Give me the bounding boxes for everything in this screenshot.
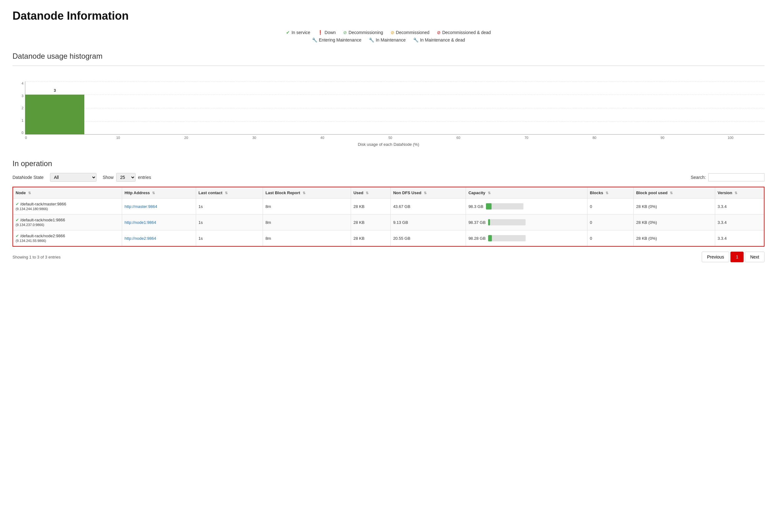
node-ip-2: (9.134.241.55:9866)	[16, 239, 46, 243]
cell-capacity-0: 98.3 GB	[466, 198, 587, 215]
col-node[interactable]: Node ⇅	[13, 187, 122, 198]
cell-last-contact-2: 1s	[196, 230, 263, 247]
x-label-90: 90	[628, 136, 696, 140]
cell-capacity-2: 98.28 GB	[466, 230, 587, 247]
capacity-bar-fill-1	[488, 219, 490, 226]
state-filter-label: DataNode State	[12, 175, 44, 180]
search-area: Search:	[691, 173, 765, 181]
operation-title: In operation	[12, 159, 765, 168]
sort-block-pool-icon: ⇅	[670, 191, 673, 195]
table-row: ✔ /default-rack/node2:9866 (9.134.241.55…	[13, 230, 764, 247]
node-name-0: /default-rack/master:9866	[20, 202, 66, 207]
cell-used-2: 28 KB	[351, 230, 391, 247]
sort-node-icon: ⇅	[28, 191, 31, 195]
in-maintenance-icon: 🔧	[369, 37, 374, 42]
in-service-label: In service	[292, 30, 310, 35]
legend-decommissioned-dead: ⊘ Decommissioned & dead	[437, 30, 491, 35]
col-http-address[interactable]: Http Address ⇅	[122, 187, 196, 198]
x-label-80: 80	[560, 136, 628, 140]
next-button[interactable]: Next	[745, 252, 765, 262]
x-label-70: 70	[492, 136, 561, 140]
show-entries-select[interactable]: 10 25 50 100	[116, 173, 135, 182]
capacity-bar-fill-2	[488, 235, 492, 241]
col-last-contact[interactable]: Last contact ⇅	[196, 187, 263, 198]
node-ip-1: (9.134.237.0:9866)	[16, 223, 44, 227]
decommissioned-icon: ⊘	[391, 30, 395, 35]
legend-decommissioned: ⊘ Decommissioned	[391, 30, 429, 35]
node-status-icon-0: ✔	[16, 202, 19, 207]
cell-last-block-report-0: 8m	[263, 198, 351, 215]
col-block-pool-used[interactable]: Block pool used ⇅	[634, 187, 715, 198]
col-capacity[interactable]: Capacity ⇅	[466, 187, 587, 198]
table-row: ✔ /default-rack/master:9866 (9.134.244.1…	[13, 198, 764, 215]
bar-value-0: 3	[25, 88, 84, 93]
node-status-icon-2: ✔	[16, 234, 19, 238]
sort-blocks-icon: ⇅	[605, 191, 608, 195]
sort-non-dfs-icon: ⇅	[424, 191, 427, 195]
col-non-dfs-used[interactable]: Non DFS Used ⇅	[391, 187, 466, 198]
cell-block-pool-used-0: 28 KB (0%)	[634, 198, 715, 215]
legend: ✔ In service ❗ Down ⊘ Decommissioning ⊘ …	[12, 30, 765, 42]
decommissioned-dead-label: Decommissioned & dead	[442, 30, 491, 35]
table-header-row: Node ⇅ Http Address ⇅ Last contact ⇅ Las…	[13, 187, 764, 198]
in-maintenance-label: In Maintenance	[376, 37, 406, 42]
cell-used-0: 28 KB	[351, 198, 391, 215]
in-service-icon: ✔	[286, 30, 290, 35]
cell-node-2: ✔ /default-rack/node2:9866 (9.134.241.55…	[13, 230, 122, 247]
cell-last-contact-0: 1s	[196, 198, 263, 215]
legend-in-service: ✔ In service	[286, 30, 310, 35]
previous-button[interactable]: Previous	[702, 252, 729, 262]
x-label-60: 60	[424, 136, 492, 140]
table-controls: DataNode State All In Service Down Decom…	[12, 173, 765, 182]
pagination: Showing 1 to 3 of 3 entries Previous 1 N…	[12, 252, 765, 262]
page-1-button[interactable]: 1	[731, 252, 744, 262]
cell-block-pool-used-1: 28 KB (0%)	[634, 215, 715, 230]
grid-line-2	[25, 108, 765, 108]
table-row: ✔ /default-rack/node1:9866 (9.134.237.0:…	[13, 215, 764, 230]
grid-line-1	[25, 121, 765, 122]
decommissioning-label: Decommissioning	[348, 30, 383, 35]
search-input[interactable]	[708, 173, 765, 181]
x-label-20: 20	[152, 136, 220, 140]
decommissioned-dead-icon: ⊘	[437, 30, 441, 35]
x-label-100: 100	[696, 136, 765, 140]
col-version[interactable]: Version ⇅	[715, 187, 764, 198]
state-filter-select[interactable]: All In Service Down Decommissioning Deco…	[50, 173, 97, 182]
sort-version-icon: ⇅	[735, 191, 737, 195]
cell-last-block-report-1: 8m	[263, 215, 351, 230]
capacity-bar-fill-0	[486, 203, 491, 210]
legend-decommissioning: ⊘ Decommissioning	[343, 30, 383, 35]
sort-http-icon: ⇅	[152, 191, 155, 195]
histogram-chart-area: 4 3 2 1 0 3	[12, 72, 765, 135]
cell-blocks-0: 0	[587, 198, 633, 215]
grid-line-3	[25, 95, 765, 95]
http-link-2[interactable]: http://node2:9864	[125, 236, 156, 241]
cell-block-pool-used-2: 28 KB (0%)	[634, 230, 715, 247]
capacity-bar-container-1	[488, 219, 526, 226]
col-used[interactable]: Used ⇅	[351, 187, 391, 198]
operation-section: In operation DataNode State All In Servi…	[12, 159, 765, 262]
http-link-0[interactable]: http://master:9864	[125, 204, 157, 209]
cell-capacity-1: 98.37 GB	[466, 215, 587, 230]
x-label-30: 30	[220, 136, 288, 140]
y-label-3: 3	[21, 94, 23, 98]
cell-last-contact-1: 1s	[196, 215, 263, 230]
cell-version-1: 3.3.4	[715, 215, 764, 230]
col-last-block-report[interactable]: Last Block Report ⇅	[263, 187, 351, 198]
cell-non-dfs-used-2: 20.55 GB	[391, 230, 466, 247]
maintenance-dead-label: In Maintenance & dead	[420, 37, 465, 42]
node-status-icon-1: ✔	[16, 218, 19, 222]
cell-node-1: ✔ /default-rack/node1:9866 (9.134.237.0:…	[13, 215, 122, 230]
y-axis: 4 3 2 1 0	[12, 82, 25, 135]
maintenance-dead-icon: 🔧	[413, 37, 419, 42]
capacity-bar-container-0	[486, 203, 524, 210]
cell-http-0: http://master:9864	[122, 198, 196, 215]
http-link-1[interactable]: http://node1:9864	[125, 220, 156, 225]
data-table: Node ⇅ Http Address ⇅ Last contact ⇅ Las…	[12, 187, 765, 247]
cell-non-dfs-used-0: 43.67 GB	[391, 198, 466, 215]
pagination-controls: Previous 1 Next	[702, 252, 765, 262]
x-label-10: 10	[84, 136, 152, 140]
entering-maintenance-label: Entering Maintenance	[319, 37, 361, 42]
col-blocks[interactable]: Blocks ⇅	[587, 187, 633, 198]
cell-http-1: http://node1:9864	[122, 215, 196, 230]
